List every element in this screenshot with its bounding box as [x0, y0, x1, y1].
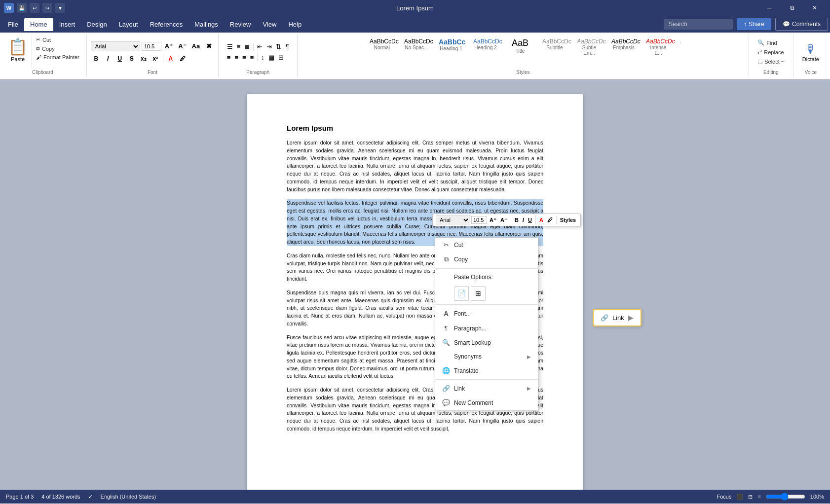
style-subtitle[interactable]: AaBbCcDc Subtitle [538, 36, 571, 58]
menu-help[interactable]: Help [282, 18, 307, 31]
font-shrink-button[interactable]: A⁻ [176, 41, 188, 51]
menu-mailings[interactable]: Mailings [189, 18, 224, 31]
ctx-link[interactable]: 🔗 Link ▶ [435, 381, 538, 396]
ctx-cut[interactable]: ✂ Cut [435, 238, 538, 252]
style-nospace[interactable]: AaBbCcDc No Spac... [400, 36, 433, 58]
focus-label[interactable]: Focus [717, 494, 731, 500]
show-marks-button[interactable]: ¶ [284, 42, 290, 51]
title-bar-left: W 💾 ↩ ↪ ▼ [4, 3, 65, 13]
mini-styles-button[interactable]: Styles [559, 216, 577, 224]
ctx-copy[interactable]: ⧉ Copy [435, 252, 538, 267]
find-button[interactable]: 🔍 Find [755, 38, 787, 47]
menu-file[interactable]: File [2, 18, 24, 31]
align-right-button[interactable]: ≡ [241, 53, 248, 62]
close-button[interactable]: ✕ [803, 0, 826, 16]
strikethrough-button[interactable]: S [126, 54, 137, 63]
ctx-new-comment[interactable]: 💬 New Comment [435, 396, 538, 410]
customize-button[interactable]: ▼ [55, 3, 65, 13]
italic-button[interactable]: I [103, 54, 113, 63]
mini-color-button[interactable]: A [538, 216, 545, 224]
clear-format-button[interactable]: ✖ [203, 41, 214, 51]
style-heading2[interactable]: AaBbCcDc Heading 2 [469, 36, 502, 58]
view-outline-icon[interactable]: ≡ [757, 494, 760, 500]
ctx-translate[interactable]: 🌐 Translate [435, 363, 538, 378]
text-color-button[interactable]: A [165, 54, 176, 63]
undo-button[interactable]: ↩ [30, 3, 39, 13]
ctx-synonyms[interactable]: Synonyms ▶ [435, 350, 538, 363]
restore-button[interactable]: ⧉ [781, 0, 803, 16]
comments-button[interactable]: 💬 Comments [775, 18, 828, 31]
style-title[interactable]: AaB Title [503, 36, 537, 58]
view-web-icon[interactable]: ⊟ [748, 494, 753, 500]
increase-indent-button[interactable]: ⇥ [265, 42, 273, 51]
dictate-button[interactable]: 🎙 Dictate [797, 36, 824, 69]
underline-button[interactable]: U [114, 54, 125, 63]
superscript-button[interactable]: x² [150, 54, 161, 63]
decrease-indent-button[interactable]: ⇤ [256, 42, 264, 51]
style-heading1[interactable]: AaBbCc Heading 1 [434, 36, 468, 58]
style-normal-label: Normal [370, 45, 394, 50]
subscript-button[interactable]: x₂ [138, 54, 149, 63]
zoom-slider[interactable] [766, 493, 805, 501]
select-button[interactable]: ⬚ Select ~ [755, 57, 787, 66]
menu-review[interactable]: Review [224, 18, 257, 31]
paste-button[interactable]: 📋 Paste [4, 36, 32, 69]
share-button[interactable]: ↑ Share [737, 18, 771, 30]
select-icon: ⬚ [757, 58, 762, 65]
mini-italic-button[interactable]: I [521, 216, 526, 224]
style-emphasis[interactable]: AaBbCcDc Emphasis [607, 36, 641, 58]
replace-button[interactable]: ⇄ Replace [755, 48, 787, 56]
menu-view[interactable]: View [257, 18, 282, 31]
paste-keep-source[interactable]: 📄 [454, 286, 469, 301]
style-intense-em[interactable]: AaBbCcDc Intense E... [641, 36, 675, 58]
style-normal[interactable]: AaBbCcDc Normal [365, 36, 399, 58]
link-tooltip-arrow: ▶ [628, 314, 634, 322]
numbering-button[interactable]: ≡ [235, 42, 242, 51]
ctx-font[interactable]: A Font... [435, 306, 538, 321]
bold-button[interactable]: B [91, 54, 102, 63]
style-subtle-em[interactable]: AaBbCcDc Subtle Em... [572, 36, 606, 58]
align-center-button[interactable]: ≡ [233, 53, 240, 62]
multilevel-button[interactable]: ≣ [243, 42, 251, 51]
menu-home[interactable]: Home [24, 18, 53, 31]
shading-button[interactable]: ▦ [267, 53, 276, 62]
mini-grow-button[interactable]: A⁺ [488, 216, 498, 224]
minimize-button[interactable]: ─ [758, 0, 781, 16]
menu-design[interactable]: Design [81, 18, 113, 31]
copy-button[interactable]: ⧉ Copy [34, 44, 81, 53]
mini-font-select[interactable]: Arial [436, 216, 470, 224]
menu-insert[interactable]: Insert [53, 18, 81, 31]
format-painter-button[interactable]: 🖌 Format Painter [34, 53, 81, 61]
mini-font-size[interactable] [471, 216, 487, 224]
align-justify-button[interactable]: ≡ [249, 53, 256, 62]
bullets-button[interactable]: ☰ [226, 42, 234, 51]
mini-shrink-button[interactable]: A⁻ [499, 216, 509, 224]
view-print-icon[interactable]: ⬛ [736, 494, 743, 500]
align-left-button[interactable]: ≡ [226, 53, 232, 62]
menu-bar: File Home Insert Design Layout Reference… [0, 16, 830, 33]
font-grow-button[interactable]: A⁺ [163, 41, 175, 51]
ribbon-toolbar: 📋 Paste ✂ Cut ⧉ Copy 🖌 [0, 33, 830, 77]
ctx-paragraph[interactable]: ¶ Paragraph... [435, 321, 538, 335]
save-button[interactable]: 💾 [17, 3, 27, 13]
paste-options-row: 📄 ⊞ [435, 284, 538, 303]
cut-button[interactable]: ✂ Cut [34, 36, 81, 44]
style-strong[interactable]: AaBbCcDc Strong [676, 36, 681, 58]
sort-button[interactable]: ⇅ [274, 42, 283, 51]
highlight-button[interactable]: 🖊 [177, 54, 188, 63]
ctx-smart-lookup[interactable]: 🔍 Smart Lookup [435, 335, 538, 350]
paste-merge-format[interactable]: ⊞ [471, 286, 486, 301]
font-size-input[interactable] [142, 42, 161, 51]
font-family-select[interactable]: Arial [91, 41, 140, 51]
mini-bold-button[interactable]: B [513, 216, 520, 224]
paragraph-1[interactable]: Lorem ipsum dolor sit amet, consectetur … [287, 139, 543, 193]
mini-highlight-button[interactable]: 🖊 [546, 216, 554, 224]
menu-layout[interactable]: Layout [113, 18, 144, 31]
menu-references[interactable]: References [144, 18, 189, 31]
mini-underline-button[interactable]: U [527, 216, 533, 224]
change-case-button[interactable]: Aa [190, 41, 202, 51]
search-input[interactable] [664, 19, 733, 30]
redo-button[interactable]: ↪ [42, 3, 52, 13]
borders-button[interactable]: ⊞ [277, 53, 285, 62]
line-spacing-button[interactable]: ↕ [260, 53, 266, 62]
